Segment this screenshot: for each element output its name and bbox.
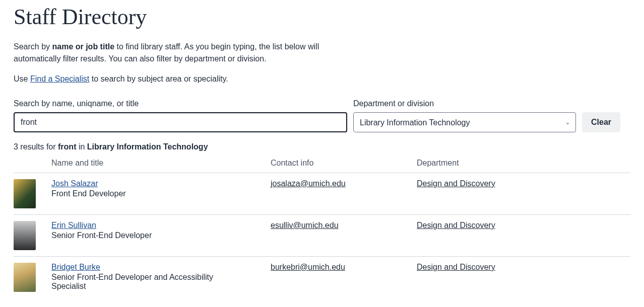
person-name-link[interactable]: Josh Salazar bbox=[51, 179, 98, 188]
avatar bbox=[14, 263, 36, 292]
person-title: Senior Front-End Developer and Accessibi… bbox=[51, 273, 243, 291]
person-name-link[interactable]: Bridget Burke bbox=[51, 263, 100, 271]
person-title: Front End Developer bbox=[51, 189, 243, 198]
table-header: Name and title Contact info Department bbox=[14, 159, 630, 173]
page-title: Staff Directory bbox=[14, 4, 630, 30]
person-email-link[interactable]: burkebri@umich.edu bbox=[271, 263, 345, 271]
search-label: Search by name, uniqname, or title bbox=[14, 99, 347, 108]
col-contact: Contact info bbox=[271, 159, 417, 168]
find-specialist-link[interactable]: Find a Specialist bbox=[30, 74, 89, 83]
results-in: in bbox=[76, 142, 87, 151]
search-controls: Search by name, uniqname, or title Depar… bbox=[14, 99, 630, 132]
intro-prefix: Search by bbox=[14, 42, 52, 51]
table-row: Josh SalazarFront End Developerjosalaza@… bbox=[14, 173, 630, 215]
person-title: Senior Front-End Developer bbox=[51, 231, 243, 240]
person-name-link[interactable]: Erin Sullivan bbox=[51, 221, 96, 229]
person-email-link[interactable]: josalaza@umich.edu bbox=[271, 179, 346, 188]
table-row: Bridget BurkeSenior Front-End Developer … bbox=[14, 257, 630, 298]
results-count: 3 results for bbox=[14, 142, 58, 151]
results-dept: Library Information Technology bbox=[87, 142, 208, 151]
results-term: front bbox=[58, 142, 76, 151]
person-email-link[interactable]: esulliv@umich.edu bbox=[271, 221, 339, 229]
clear-button[interactable]: Clear bbox=[582, 112, 620, 132]
avatar bbox=[14, 179, 36, 208]
col-name: Name and title bbox=[51, 159, 271, 168]
avatar bbox=[14, 221, 36, 250]
results-summary: 3 results for front in Library Informati… bbox=[14, 142, 630, 151]
search-input[interactable] bbox=[14, 112, 347, 132]
dept-select[interactable]: Library Information Technology bbox=[353, 112, 576, 132]
person-dept-link[interactable]: Design and Discovery bbox=[417, 221, 495, 229]
intro2-prefix: Use bbox=[14, 74, 30, 83]
person-dept-link[interactable]: Design and Discovery bbox=[417, 263, 495, 271]
table-row: Erin SullivanSenior Front-End Developere… bbox=[14, 215, 630, 257]
person-dept-link[interactable]: Design and Discovery bbox=[417, 179, 495, 188]
results-table: Name and title Contact info Department J… bbox=[14, 159, 630, 298]
intro-text: Search by name or job title to find libr… bbox=[14, 41, 326, 85]
dept-label: Department or division bbox=[353, 99, 576, 108]
intro-bold: name or job title bbox=[52, 42, 114, 51]
col-dept: Department bbox=[417, 159, 630, 168]
intro2-suffix: to search by subject area or speciality. bbox=[89, 74, 228, 83]
